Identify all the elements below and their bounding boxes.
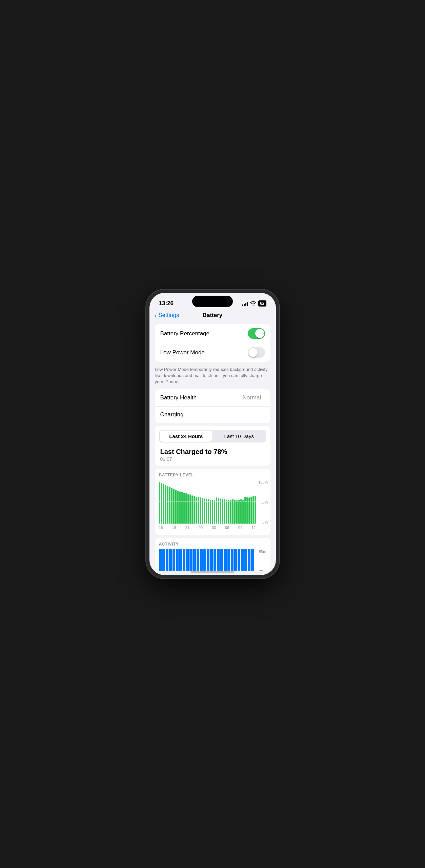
- activity-active-bar: [227, 549, 230, 571]
- nav-bar: ‹ Settings Battery: [149, 309, 276, 321]
- battery-health-label: Battery Health: [160, 394, 197, 401]
- activity-chart-area: 15 25 Dec 18 21 00 26 Dec: [159, 549, 254, 571]
- activity-active-bar: [238, 549, 240, 571]
- x-label-15: 15: [159, 526, 163, 530]
- back-chevron-icon: ‹: [155, 312, 157, 319]
- activity-active-bar: [241, 549, 244, 571]
- battery-chart-section: BATTERY LEVEL 15 18 21 00: [155, 469, 270, 535]
- battery-bar: [171, 488, 173, 524]
- battery-bar: [238, 500, 240, 524]
- tab-switcher: Last 24 Hours Last 10 Days: [159, 430, 266, 442]
- activity-chart-wrapper: 15 25 Dec 18 21 00 26 Dec: [159, 549, 266, 571]
- x-label-06: 06: [225, 526, 229, 530]
- battery-bar: [255, 496, 256, 524]
- activity-grid-top: [159, 549, 254, 549]
- activity-active-bar: [186, 549, 189, 571]
- x-label-18: 18: [172, 526, 176, 530]
- battery-bar: [167, 486, 168, 524]
- battery-bar: [198, 497, 199, 524]
- battery-bar: [250, 497, 252, 524]
- activity-bar-group: [251, 549, 254, 571]
- activity-bars: [159, 549, 254, 571]
- activity-active-bar: [162, 549, 165, 571]
- low-power-label: Low Power Mode: [160, 349, 205, 356]
- activity-bar-group: [224, 549, 227, 571]
- battery-bar: [185, 493, 187, 524]
- battery-bar: [222, 499, 223, 524]
- activity-bar-group: [189, 549, 192, 571]
- activity-active-bar: [166, 549, 168, 571]
- x-label-09: 09: [238, 526, 242, 530]
- battery-bar: [242, 500, 244, 524]
- activity-bar-group: [234, 549, 237, 571]
- activity-active-bar: [214, 549, 216, 571]
- low-power-row: Low Power Mode: [155, 343, 270, 362]
- wifi-icon: [250, 301, 256, 307]
- activity-bar-group: [166, 549, 168, 571]
- activity-bar-group: [162, 549, 165, 571]
- time-period-section: Last 24 Hours Last 10 Days Last Charged …: [155, 426, 270, 466]
- battery-bar: [175, 490, 177, 524]
- activity-active-bar: [169, 549, 172, 571]
- phone-frame: 13:26 62: [146, 290, 279, 578]
- activity-bar-group: [231, 549, 234, 571]
- battery-bar: [177, 491, 179, 524]
- battery-bar: [196, 497, 197, 524]
- chevron-icon: ›: [263, 395, 265, 401]
- status-icons: 62: [242, 300, 266, 307]
- low-power-toggle[interactable]: [248, 347, 265, 358]
- battery-bar: [240, 499, 242, 524]
- tab-10d[interactable]: Last 10 Days: [212, 431, 266, 442]
- activity-active-bar: [224, 549, 227, 571]
- battery-bar: [210, 500, 211, 524]
- dynamic-island: [192, 296, 233, 307]
- activity-bar-group: [176, 549, 179, 571]
- charging-label: Charging: [160, 411, 184, 418]
- battery-bar: [232, 499, 234, 524]
- content-area: Battery Percentage Low Power Mode Low Po…: [149, 321, 276, 571]
- y-30m: 30m: [259, 569, 266, 571]
- back-label: Settings: [158, 312, 179, 319]
- charging-row[interactable]: Charging ›: [155, 406, 270, 423]
- activity-active-bar: [189, 549, 192, 571]
- activity-chart-label: ACTIVITY: [159, 542, 266, 547]
- battery-bar: [181, 492, 183, 524]
- tab-24h[interactable]: Last 24 Hours: [160, 431, 213, 442]
- battery-chart-area: 15 18 21 00 03 06 09 12: [159, 480, 256, 531]
- back-button[interactable]: ‹ Settings: [155, 312, 179, 319]
- activity-active-bar: [217, 549, 220, 571]
- activity-bar-group: [207, 549, 209, 571]
- activity-active-bar: [210, 549, 213, 571]
- activity-bar-group: [214, 549, 216, 571]
- y-50: 50%: [260, 500, 268, 504]
- activity-bar-group: [169, 549, 172, 571]
- battery-bar: [169, 487, 170, 524]
- activity-bar-group: [193, 549, 196, 571]
- battery-health-row[interactable]: Battery Health Normal ›: [155, 389, 270, 406]
- activity-bar-group: [203, 549, 206, 571]
- activity-bar-group: [227, 549, 230, 571]
- activity-bar-group: [241, 549, 244, 571]
- activity-bar-group: [179, 549, 182, 571]
- activity-bar-group: [159, 549, 162, 571]
- charge-time: 01:07: [160, 456, 265, 462]
- battery-x-labels: 15 18 21 00 03 06 09 12: [159, 524, 256, 531]
- battery-bar: [189, 494, 191, 524]
- charging-chevron-icon: ›: [263, 412, 265, 418]
- battery-percentage-toggle[interactable]: [248, 328, 265, 339]
- grid-top: [159, 480, 256, 480]
- battery-bar: [244, 497, 246, 524]
- grid-bottom: [159, 524, 256, 524]
- activity-grid-mid: [159, 571, 254, 571]
- activity-bar-group: [210, 549, 213, 571]
- battery-bar: [163, 484, 164, 524]
- activity-y-labels: 60m 30m 0m: [254, 549, 266, 571]
- page-title: Battery: [203, 312, 223, 319]
- battery-bar: [224, 499, 225, 524]
- battery-bar: [173, 489, 175, 524]
- battery-bar: [230, 500, 231, 524]
- battery-bar: [206, 499, 207, 524]
- charging-chevron: ›: [263, 412, 265, 418]
- battery-bar: [236, 500, 238, 524]
- activity-active-bar: [248, 549, 250, 571]
